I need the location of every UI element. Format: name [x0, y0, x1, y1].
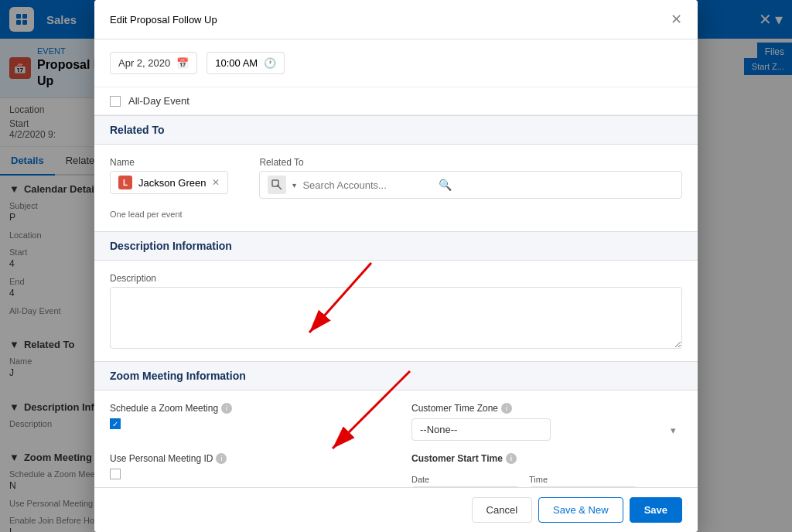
cancel-button[interactable]: Cancel — [472, 497, 532, 523]
customer-start-time-field: Customer Start Time i Date 📅 T — [411, 453, 682, 487]
customer-time-wrapper: Time 🕐 — [529, 475, 637, 487]
personal-id-field: Use Personal Meeting ID i — [110, 453, 381, 487]
related-to-field: Related To ▾ 🔍 — [259, 157, 682, 199]
zoom-section-header: Zoom Meeting Information — [94, 361, 698, 390]
clock-icon: 🕐 — [264, 57, 276, 69]
customer-start-time-label: Customer Start Time i — [411, 453, 682, 464]
modal-body[interactable]: Apr 2, 2020 📅 10:00 AM 🕐 All-Day Event R… — [94, 39, 698, 487]
description-form: Description — [94, 261, 698, 361]
save-new-button[interactable]: Save & New — [538, 497, 623, 523]
date-value: Apr 2, 2020 — [118, 57, 170, 69]
zoom-row-2: Use Personal Meeting ID i Customer Start… — [110, 453, 682, 487]
schedule-zoom-field: Schedule a Zoom Meeting i ✓ — [110, 403, 381, 441]
personal-id-label: Use Personal Meeting ID i — [110, 453, 381, 464]
svg-line-5 — [277, 185, 282, 189]
name-label: Name — [110, 157, 228, 168]
search-accounts-text[interactable] — [302, 179, 432, 191]
related-to-section-header: Related To — [94, 115, 698, 145]
personal-id-checkbox-row — [110, 469, 381, 479]
description-section-header: Description Information — [94, 231, 698, 261]
one-lead-text: One lead per event — [110, 210, 682, 219]
personal-id-info-icon[interactable]: i — [216, 453, 227, 464]
date-input[interactable]: Apr 2, 2020 📅 — [110, 52, 197, 74]
name-field: Name L Jackson Green ✕ — [110, 157, 228, 194]
description-field: Description — [110, 273, 682, 349]
search-accounts-input[interactable]: ▾ 🔍 — [259, 171, 682, 199]
customer-date-wrapper: Date 📅 — [411, 475, 520, 487]
modal-footer: Cancel Save & New Save — [94, 487, 698, 532]
zoom-form: Schedule a Zoom Meeting i ✓ Customer Tim… — [94, 390, 698, 487]
save-button[interactable]: Save — [630, 497, 682, 523]
start-time-info-icon[interactable]: i — [506, 453, 517, 464]
lookup-icon — [268, 176, 286, 194]
customer-time-label: Time — [529, 475, 637, 484]
description-label: Description — [110, 273, 682, 284]
all-day-label: All-Day Event — [128, 95, 189, 107]
date-time-row: Apr 2, 2020 📅 10:00 AM 🕐 — [94, 39, 698, 87]
timezone-select-wrapper: --None-- — [411, 418, 682, 441]
description-textarea[interactable] — [110, 287, 682, 349]
time-input[interactable]: 10:00 AM 🕐 — [207, 52, 285, 74]
lead-icon: L — [118, 176, 132, 189]
customer-timezone-field: Customer Time Zone i --None-- — [411, 403, 682, 441]
timezone-info-icon[interactable]: i — [501, 403, 512, 414]
contact-name-value: Jackson Green — [138, 177, 206, 189]
related-to-form-row: Name L Jackson Green ✕ Related To — [110, 157, 682, 199]
modal-close-button[interactable]: ✕ — [671, 11, 682, 28]
customer-date-time-row: Date 📅 Time 🕐 — [411, 475, 682, 487]
remove-contact-button[interactable]: ✕ — [212, 177, 220, 188]
customer-timezone-label: Customer Time Zone i — [411, 403, 682, 414]
modal-title: Edit Proposal Follow Up — [110, 14, 217, 26]
zoom-row-1: Schedule a Zoom Meeting i ✓ Customer Tim… — [110, 403, 682, 441]
time-value: 10:00 AM — [215, 57, 258, 69]
search-magnifier-icon: 🔍 — [439, 179, 452, 191]
schedule-zoom-checkbox[interactable]: ✓ — [110, 418, 121, 429]
schedule-zoom-label: Schedule a Zoom Meeting i — [110, 403, 381, 414]
contact-name-tag[interactable]: L Jackson Green ✕ — [110, 171, 228, 194]
personal-id-checkbox[interactable] — [110, 469, 121, 479]
related-to-form-label: Related To — [259, 157, 682, 168]
related-to-form: Name L Jackson Green ✕ Related To — [94, 145, 698, 231]
modal-header: Edit Proposal Follow Up ✕ — [94, 0, 698, 39]
customer-date-label: Date — [411, 475, 520, 484]
schedule-zoom-checkbox-row: ✓ — [110, 418, 381, 429]
edit-modal: Edit Proposal Follow Up ✕ Apr 2, 2020 📅 … — [94, 0, 698, 532]
all-day-checkbox[interactable] — [110, 96, 121, 107]
schedule-zoom-info-icon[interactable]: i — [221, 403, 232, 414]
modal-overlay: Edit Proposal Follow Up ✕ Apr 2, 2020 📅 … — [0, 0, 792, 532]
calendar-icon: 📅 — [176, 57, 189, 69]
dropdown-icon: ▾ — [292, 181, 296, 189]
all-day-row: All-Day Event — [94, 87, 698, 115]
timezone-select[interactable]: --None-- — [411, 418, 551, 441]
